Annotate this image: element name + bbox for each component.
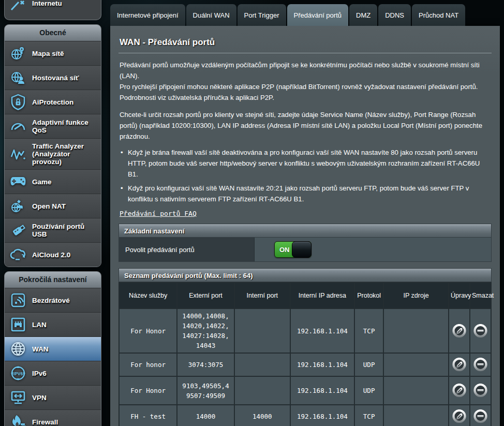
table-row: For Honor 9103,49505,49507:49509 192.168…: [119, 376, 491, 405]
tab-port-trigger[interactable]: Port Trigger: [238, 4, 286, 26]
wan-tab-bar: Internetové připojení Duální WAN Port Tr…: [110, 4, 500, 26]
description-line: Pro rychlejší připojení mohou některé ap…: [120, 81, 491, 92]
cell-internal-ip: 192.168.1.104: [290, 309, 354, 353]
cloud-icon: [9, 246, 27, 263]
globe-gamepad-icon: [9, 198, 27, 214]
sidebar-item-label: Firewall: [32, 418, 58, 426]
sidebar-item-label: AiProtection: [32, 98, 73, 106]
cell-source-ip: [383, 353, 449, 376]
sidebar-item-label: Bezdrátové: [32, 297, 70, 304]
delete-button[interactable]: [473, 358, 487, 372]
col-internal-port: Interní port: [234, 283, 290, 309]
tab-port-forwarding[interactable]: Předávání portů: [287, 4, 349, 26]
tab-dual-wan[interactable]: Duální WAN: [186, 4, 236, 26]
note-item: Když pro konfiguraci vaší sítě WAN nasta…: [120, 183, 491, 204]
sidebar-item-label: Používání portů USB: [32, 223, 97, 238]
table-row: FH - test 14000 14000 192.168.1.104 TCP: [119, 405, 491, 426]
cell-source-ip: [383, 405, 449, 426]
sidebar-item-label: LAN: [32, 321, 47, 329]
basic-config-header: Základní nastavení: [118, 224, 492, 238]
cell-internal-ip: 192.168.1.104: [290, 405, 354, 426]
sidebar-item-label: Open NAT: [32, 202, 66, 210]
cell-internal-ip: 192.168.1.104: [290, 353, 354, 376]
sidebar-item-aicloud[interactable]: AiCloud 2.0: [5, 242, 101, 267]
wireless-icon: [9, 292, 27, 309]
cell-protocol: TCP: [354, 309, 383, 353]
enable-port-forwarding-value-cell: ON: [255, 238, 491, 261]
shield-lock-icon: [9, 94, 27, 110]
cell-service: For honor: [119, 353, 177, 376]
usb-icon: [9, 222, 27, 239]
col-source-ip: IP zdroje: [383, 283, 449, 309]
table-header-row: Název služby Externí port Interní port I…: [119, 283, 491, 309]
sidebar-item-game[interactable]: Game: [5, 169, 101, 194]
cell-source-ip: [383, 309, 449, 353]
table-row: For Honor 14000,14008,14020,14022,14027:…: [119, 309, 491, 353]
forwarding-list-header: Seznam předávání portů (Max. limit : 64): [118, 268, 492, 282]
edit-button[interactable]: [452, 324, 466, 338]
edit-button[interactable]: [452, 358, 466, 372]
edit-button[interactable]: [452, 384, 466, 398]
delete-button[interactable]: [473, 409, 487, 423]
table-row: For honor 3074:3075 192.168.1.104 UDP: [119, 353, 491, 376]
sidebar-item-wan[interactable]: WAN: [5, 336, 101, 361]
magic-wand-icon: [9, 0, 27, 13]
sidebar-item-label: Adaptivní funkce QoS: [32, 119, 97, 134]
cell-service: For Honor: [119, 376, 177, 405]
gamepad-icon: [9, 173, 27, 190]
description-line: Podrobnosti viz uživatelská příručka k a…: [120, 92, 491, 103]
tab-internet-connection[interactable]: Internetové připojení: [110, 4, 185, 26]
cell-internal-port: [234, 353, 290, 376]
sidebar-item-aiprotection[interactable]: AiProtection: [5, 90, 101, 114]
gauge-icon: [9, 118, 27, 135]
sidebar-item-wireless[interactable]: Bezdrátové: [5, 288, 101, 312]
col-protocol: Protokol: [354, 283, 383, 309]
sidebar-item-vpn[interactable]: VPN: [5, 385, 101, 409]
sidebar-item-guest-network[interactable]: Hostovaná síť: [5, 65, 101, 90]
sidebar-item-traffic-analyzer[interactable]: Traffic Analyzer (Analyzátor provozu): [5, 138, 101, 169]
sidebar-section-general: Obecné Mapa sítě Hostovaná síť: [4, 24, 101, 267]
cell-protocol: UDP: [354, 376, 383, 405]
description-paragraph-1: Předávání portů umožňuje vzdáleným počít…: [120, 60, 491, 103]
sidebar-item-label: IPv6: [32, 370, 47, 377]
cell-external-port: 9103,49505,49507:49509: [177, 376, 234, 405]
lan-port-icon: [9, 316, 27, 333]
title-divider: [118, 53, 492, 53]
sidebar-item-ipv6[interactable]: IPV6 IPv6: [5, 361, 101, 385]
sidebar-item-lan[interactable]: LAN: [5, 312, 101, 336]
sidebar-item-adaptive-qos[interactable]: Adaptivní funkce QoS: [5, 114, 101, 138]
tab-nat-passthrough[interactable]: Průchod NAT: [412, 4, 465, 26]
delete-button[interactable]: [473, 384, 487, 398]
sidebar-item-firewall[interactable]: Firewall: [5, 409, 101, 426]
port-forwarding-toggle[interactable]: ON: [274, 241, 312, 258]
sidebar-item-label: Hostovaná síť: [32, 74, 79, 82]
port-forwarding-faq-link[interactable]: Předávání portů FAQ: [120, 210, 197, 217]
sidebar-item-quick-internet-setup[interactable]: Internetu: [4, 0, 101, 20]
description-line: Předávání portů umožňuje vzdáleným počít…: [120, 60, 491, 81]
cell-protocol: UDP: [354, 353, 383, 376]
delete-button[interactable]: [473, 324, 487, 338]
enable-port-forwarding-row: Povolit předávání portů ON: [118, 238, 492, 262]
sidebar-item-label: VPN: [32, 394, 47, 402]
svg-text:IPV6: IPV6: [13, 371, 23, 376]
sidebar-item-label: Mapa sítě: [32, 50, 64, 57]
sidebar-item-label: WAN: [32, 345, 49, 353]
forwarding-list-section: Seznam předávání portů (Max. limit : 64)…: [118, 268, 492, 426]
sidebar-item-label: Game: [32, 178, 52, 186]
tab-dmz[interactable]: DMZ: [349, 4, 377, 26]
cell-external-port: 14000: [177, 405, 234, 426]
sidebar-item-network-map[interactable]: Mapa sítě: [5, 41, 101, 65]
vpn-monitor-icon: [9, 389, 27, 406]
network-map-icon: [9, 45, 27, 62]
sidebar-item-label: Internetu: [32, 0, 62, 8]
sidebar-item-usb-application[interactable]: Používání portů USB: [5, 218, 101, 242]
cell-internal-port: [234, 376, 290, 405]
cell-protocol: TCP: [354, 405, 383, 426]
sidebar-item-open-nat[interactable]: Open NAT: [5, 194, 101, 218]
cell-internal-port: 14000: [234, 405, 290, 426]
cell-service: For Honor: [119, 309, 177, 353]
tab-ddns[interactable]: DDNS: [378, 4, 411, 26]
edit-button[interactable]: [452, 409, 466, 423]
notes-list: Když je brána firewall vaší sítě deaktiv…: [120, 147, 491, 204]
cell-source-ip: [383, 376, 449, 405]
